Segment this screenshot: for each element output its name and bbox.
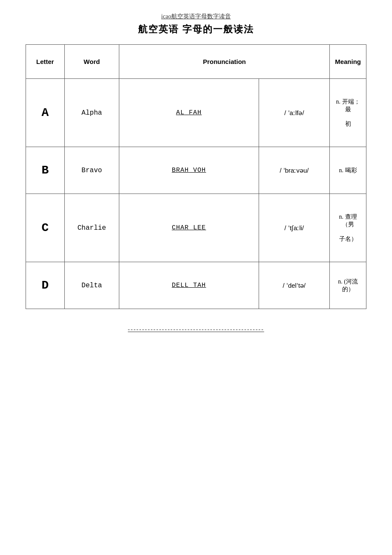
cell-meaning: n. (河流的） (330, 262, 366, 309)
cell-word: Delta (64, 262, 119, 309)
table-row: CCharlieCHAR LEE/ ˈtʃaːli/n. 查理（男子名） (26, 194, 366, 262)
header-pronunciation: Pronunciation (119, 45, 329, 79)
header-word: Word (64, 45, 119, 79)
cell-meaning: n. 查理（男子名） (330, 194, 366, 262)
cell-word: Alpha (64, 79, 119, 147)
main-table: Letter Word Pronunciation Meaning AAlpha… (26, 44, 366, 309)
table-row: DDeltaDELL TAH/ ˈdelˈtə/n. (河流的） (26, 262, 366, 309)
cell-ipa: / ˈdelˈtə/ (259, 262, 329, 309)
page-title-main: 航空英语 字母的一般读法 (26, 23, 366, 36)
table-row: AAlphaAL FAH/ ˈaːlfə/n. 开端；最初 (26, 79, 366, 147)
page-title-top: icao航空英语字母数字读音 (26, 13, 366, 20)
table-row: BBravoBRAH VOH/ ˈbraːvəu/n. 喝彩 (26, 147, 366, 194)
cell-ipa: / ˈtʃaːli/ (259, 194, 329, 262)
cell-stressed: AL FAH (119, 79, 259, 147)
header-meaning: Meaning (330, 45, 366, 79)
cell-stressed: BRAH VOH (119, 147, 259, 194)
cell-letter: A (26, 79, 65, 147)
cell-stressed: DELL TAH (119, 262, 259, 309)
cell-letter: B (26, 147, 65, 194)
cell-letter: C (26, 194, 65, 262)
header-letter: Letter (26, 45, 65, 79)
divider: ----------------------------------------… (26, 326, 366, 333)
table-header-row: Letter Word Pronunciation Meaning (26, 45, 366, 79)
cell-meaning: n. 开端；最初 (330, 79, 366, 147)
cell-ipa: / ˈaːlfə/ (259, 79, 329, 147)
cell-stressed: CHAR LEE (119, 194, 259, 262)
cell-meaning: n. 喝彩 (330, 147, 366, 194)
cell-letter: D (26, 262, 65, 309)
cell-word: Charlie (64, 194, 119, 262)
cell-word: Bravo (64, 147, 119, 194)
cell-ipa: / ˈbraːvəu/ (259, 147, 329, 194)
